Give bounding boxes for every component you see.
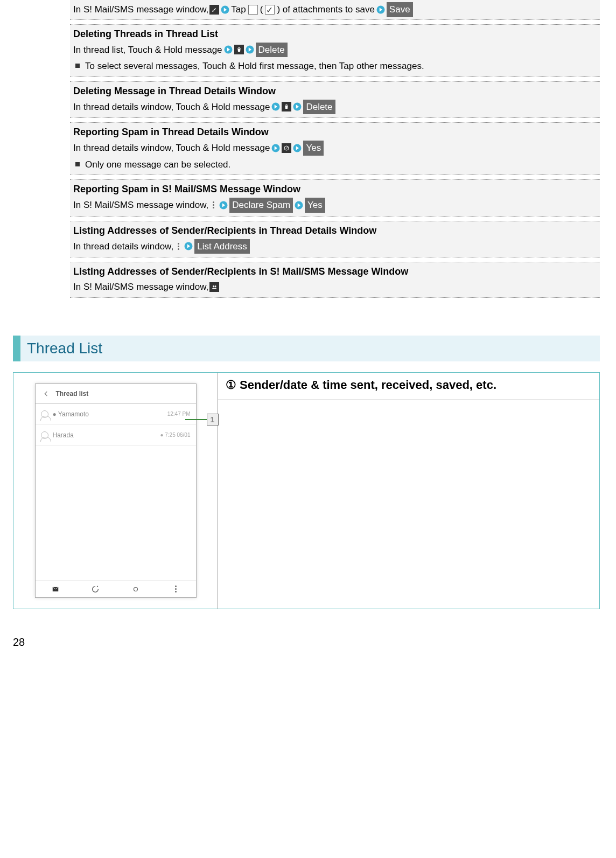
- thread-time: ● 7:25 06/01: [160, 432, 190, 438]
- person-icon: [41, 431, 48, 439]
- phone-header: Thread list: [36, 384, 196, 404]
- circle-icon[interactable]: [131, 585, 141, 593]
- thread-name: ● Yamamoto: [53, 410, 89, 418]
- section-title: Listing Addresses of Sender/Recipients i…: [73, 224, 597, 238]
- callout-label: 1: [207, 414, 219, 425]
- thread-row[interactable]: Harada ● 7:25 06/01: [36, 425, 196, 446]
- person-icon: [41, 410, 48, 418]
- menu-dots-icon: [209, 200, 218, 210]
- section-list-address-thread: Listing Addresses of Sender/Recipients i…: [70, 221, 600, 258]
- callout-text: Sender/date & time sent, received, saved…: [236, 378, 496, 392]
- section-report-spam-message: Reporting Spam in S! Mail/SMS Message Wi…: [70, 179, 600, 217]
- instruction-text: In thread list, Touch & Hold message: [73, 43, 222, 57]
- callout-number: ①: [226, 378, 236, 392]
- arrow-icon: [271, 143, 281, 153]
- checkbox-checked-icon: [265, 5, 275, 15]
- note-text: To select several messages, Touch & Hold…: [85, 59, 424, 73]
- trash-icon: [282, 102, 291, 111]
- phone-title: Thread list: [56, 390, 89, 397]
- menu-dots-icon: [174, 242, 183, 251]
- section-delete-threads: Deleting Threads in Thread List In threa…: [70, 24, 600, 77]
- svg-point-16: [134, 587, 137, 591]
- yes-button[interactable]: Yes: [305, 198, 325, 213]
- section-title: Listing Addresses of Sender/Recipients i…: [73, 264, 597, 279]
- arrow-icon: [294, 200, 304, 210]
- section-title: Reporting Spam in S! Mail/SMS Message Wi…: [73, 182, 597, 197]
- svg-point-14: [215, 285, 216, 287]
- menu-dots-icon[interactable]: [171, 585, 180, 593]
- arrow-icon: [245, 45, 255, 54]
- phone-dock: [36, 581, 196, 597]
- refresh-icon[interactable]: [90, 585, 100, 593]
- section-delete-message: Deleting Message in Thread Details Windo…: [70, 81, 600, 118]
- note-text: Only one message can be selected.: [85, 158, 230, 172]
- block-icon: [282, 143, 291, 153]
- arrow-icon: [223, 45, 233, 54]
- people-icon: [209, 282, 219, 292]
- declare-spam-button[interactable]: Declare Spam: [229, 198, 293, 213]
- arrow-icon: [292, 102, 302, 111]
- svg-point-13: [213, 285, 214, 287]
- instruction-text: In thread details window,: [73, 240, 173, 254]
- bullet-icon: [75, 162, 80, 166]
- instruction-text: In S! Mail/SMS message window,: [73, 280, 208, 294]
- instruction-text: In thread details window, Touch & Hold m…: [73, 141, 270, 155]
- thread-time: 12:47 PM: [167, 411, 191, 417]
- save-button[interactable]: Save: [387, 2, 413, 17]
- instruction-text: In S! Mail/SMS message window,: [73, 3, 208, 17]
- section-title: Deleting Message in Thread Details Windo…: [73, 84, 597, 99]
- page-heading: Thread List: [13, 336, 600, 361]
- section-list-address-message: Listing Addresses of Sender/Recipients i…: [70, 262, 600, 298]
- back-icon: [42, 389, 51, 398]
- arrow-icon: [292, 143, 302, 153]
- section-save-attachments: In S! Mail/SMS message window, Tap ( ) o…: [70, 0, 600, 20]
- arrow-icon: [220, 5, 230, 15]
- thread-list-figure: Thread list ● Yamamoto 12:47 PM 1 Harada: [13, 372, 600, 609]
- attachment-icon: [209, 5, 219, 15]
- phone-mockup: Thread list ● Yamamoto 12:47 PM 1 Harada: [35, 383, 197, 598]
- thread-name: Harada: [53, 431, 74, 439]
- callout-line: [185, 419, 207, 420]
- arrow-icon: [271, 102, 281, 111]
- arrow-icon: [219, 200, 228, 210]
- callout-description: ① Sender/date & time sent, received, sav…: [218, 373, 599, 400]
- page-number: 28: [13, 636, 616, 648]
- paren-close: ) of attachments to save: [277, 3, 374, 17]
- instruction-text: In thread details window, Touch & Hold m…: [73, 100, 270, 114]
- delete-button[interactable]: Delete: [256, 43, 288, 58]
- bullet-icon: [75, 64, 80, 68]
- instruction-text: Tap: [231, 3, 246, 17]
- section-report-spam-thread: Reporting Spam in Thread Details Window …: [70, 122, 600, 175]
- section-title: Deleting Threads in Thread List: [73, 27, 597, 41]
- instruction-text: In S! Mail/SMS message window,: [73, 198, 208, 212]
- list-address-button[interactable]: List Address: [194, 239, 250, 254]
- checkbox-empty-icon: [248, 5, 258, 15]
- section-title: Reporting Spam in Thread Details Window: [73, 125, 597, 139]
- svg-line-8: [285, 147, 288, 150]
- mail-icon[interactable]: [51, 585, 60, 593]
- yes-button[interactable]: Yes: [303, 141, 324, 156]
- arrow-icon: [376, 5, 386, 15]
- arrow-icon: [184, 241, 193, 251]
- thread-row[interactable]: ● Yamamoto 12:47 PM 1: [36, 404, 196, 425]
- delete-button[interactable]: Delete: [303, 100, 335, 115]
- paren-open: (: [260, 3, 263, 17]
- trash-icon: [234, 45, 244, 54]
